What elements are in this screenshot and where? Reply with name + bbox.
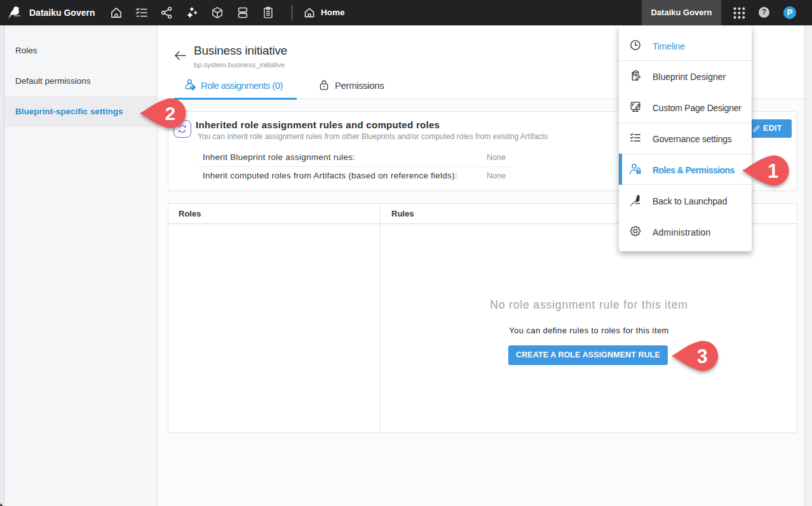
svg-text:3: 3 xyxy=(697,345,708,367)
svg-text:1: 1 xyxy=(768,159,778,182)
svg-text:2: 2 xyxy=(165,103,175,124)
